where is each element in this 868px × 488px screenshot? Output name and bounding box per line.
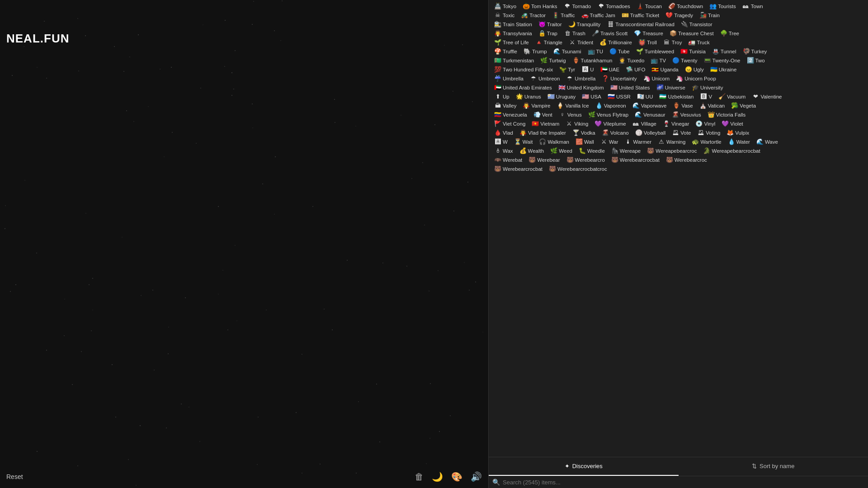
list-item[interactable]: 🇺🇦Ukraine: [708, 65, 740, 74]
list-item[interactable]: 🇺🇸USA: [579, 92, 604, 101]
list-item[interactable]: 🇺🇺UU: [634, 92, 656, 101]
list-item[interactable]: 💰Wealth: [517, 146, 547, 155]
list-item[interactable]: 🅱V: [697, 92, 715, 101]
list-item[interactable]: 🌊Venusaur: [632, 110, 668, 119]
list-item[interactable]: 🇺🇬Uganda: [649, 65, 681, 74]
list-item[interactable]: 🐻Werebearcro: [564, 155, 608, 164]
list-item[interactable]: 🅰U: [579, 65, 596, 74]
list-item[interactable]: 👹Troll: [636, 38, 660, 47]
list-item[interactable]: 🚛Truck: [685, 38, 712, 47]
list-item[interactable]: 🌿Venus Flytrap: [585, 110, 631, 119]
list-item[interactable]: ⬆Up: [491, 92, 512, 101]
list-item[interactable]: 🐊Wereapebearcrocbat: [700, 146, 763, 155]
list-item[interactable]: 🐻Werebearcrocbat: [491, 164, 545, 173]
list-item[interactable]: 🗳Vote: [669, 128, 693, 137]
list-item[interactable]: 💔Tragedy: [663, 11, 696, 19]
list-item[interactable]: 🌿Turtwig: [538, 56, 568, 65]
list-item[interactable]: 🅰W: [491, 137, 510, 146]
list-item[interactable]: 🛸UFO: [623, 65, 648, 74]
list-item[interactable]: ⚔War: [598, 137, 621, 146]
list-item[interactable]: 🦇Werebat: [491, 155, 525, 164]
list-item[interactable]: 🦖Tyr: [557, 65, 578, 74]
list-item[interactable]: 🌱Tree of Life: [491, 38, 532, 47]
list-item[interactable]: 🦊Vulpix: [724, 128, 752, 137]
list-item[interactable]: 🔵Twenty: [670, 56, 700, 65]
list-item[interactable]: 🦍Wereape: [609, 146, 643, 155]
list-item[interactable]: 🇹🇳Tunisia: [678, 47, 708, 56]
list-item[interactable]: 🌱Tumbleweed: [633, 47, 677, 56]
list-item[interactable]: 🍸Vodka: [570, 128, 598, 137]
list-item[interactable]: 🗳Voting: [694, 128, 723, 137]
list-item[interactable]: 🌡Warmer: [622, 137, 654, 146]
list-item[interactable]: 🏺Vase: [670, 101, 695, 110]
list-item[interactable]: 🌟Uranus: [513, 92, 544, 101]
list-item[interactable]: 🚗Traffic Jam: [579, 11, 618, 19]
list-item[interactable]: 🏔Valley: [491, 101, 519, 110]
list-item[interactable]: ❓Uncertainty: [599, 74, 639, 83]
list-item[interactable]: 📦Treasure Chest: [667, 29, 717, 38]
list-item[interactable]: 🇺🇿Uzbekistan: [656, 92, 696, 101]
list-item[interactable]: 🚜Tractor: [518, 11, 548, 19]
list-item[interactable]: 🌪Tornadoes: [594, 2, 633, 10]
list-item[interactable]: 🧱Wall: [573, 137, 597, 146]
list-item[interactable]: 🎫Traffic Ticket: [619, 11, 662, 19]
list-item[interactable]: 💜Violet: [719, 119, 746, 128]
list-item[interactable]: 🧹Vacuum: [716, 92, 748, 101]
search-input[interactable]: [503, 479, 864, 486]
volume-icon[interactable]: 🔊: [471, 471, 482, 482]
list-item[interactable]: 🇹🇲Turkmenistan: [491, 56, 537, 65]
reset-button[interactable]: Reset: [6, 473, 23, 480]
list-item[interactable]: 🇻🇳Vietnam: [529, 119, 562, 128]
list-item[interactable]: 🔺Triangle: [533, 38, 565, 47]
list-item[interactable]: 🏘Village: [630, 119, 659, 128]
list-item[interactable]: 🎧Walkman: [536, 137, 572, 146]
list-item[interactable]: 🧛Transylvania: [491, 29, 535, 38]
list-item[interactable]: 🇻🇪Venezuela: [491, 110, 530, 119]
list-item[interactable]: 🐻Werebearcroc: [663, 155, 710, 164]
list-item[interactable]: ☠Toxic: [491, 11, 517, 19]
list-item[interactable]: ⚠Warning: [655, 137, 688, 146]
list-item[interactable]: 🦄Unicorn Poop: [673, 74, 719, 83]
list-item[interactable]: 🌙Tranquility: [566, 20, 604, 28]
tab-discoveries[interactable]: ✦ Discoveries: [489, 457, 679, 476]
list-item[interactable]: 🇦🇪United Arab Emirates: [491, 83, 555, 92]
list-item[interactable]: 🥦Vegeta: [728, 101, 759, 110]
tab-sort-by-name[interactable]: ⇅ Sort by name: [679, 457, 868, 476]
list-item[interactable]: 💜Vileplume: [592, 119, 628, 128]
list-item[interactable]: 🇦🇪UAE: [598, 65, 623, 74]
list-item[interactable]: 🌿Weed: [547, 146, 575, 155]
list-item[interactable]: 🍦Vanilla Ice: [554, 101, 591, 110]
list-item[interactable]: 🤵Tuxedo: [616, 56, 647, 65]
list-item[interactable]: 🐻Wereapebearcroc: [644, 146, 699, 155]
list-item[interactable]: 🚇Tunnel: [709, 47, 739, 56]
list-item[interactable]: 🦄Unicorn: [641, 74, 673, 83]
list-item[interactable]: ☂Umbreon: [527, 74, 562, 83]
list-item[interactable]: ☔Umbrella: [491, 74, 526, 83]
list-item[interactable]: 🩸Vlad: [491, 128, 516, 137]
list-item[interactable]: 💰Trillionaire: [597, 38, 635, 47]
list-item[interactable]: 📺TV: [648, 56, 669, 65]
list-item[interactable]: 🛤Transcontinental Railroad: [604, 20, 677, 28]
list-item[interactable]: 💧Water: [725, 137, 753, 146]
list-item[interactable]: 🏺Tutankhamun: [570, 56, 615, 65]
list-item[interactable]: 🌌Universe: [654, 83, 688, 92]
list-item[interactable]: ☂Umbrella: [563, 74, 598, 83]
list-item[interactable]: 📺TU: [585, 47, 606, 56]
list-item[interactable]: 😠Ugly: [682, 65, 707, 74]
list-item[interactable]: 🏛Troy: [660, 38, 685, 47]
list-item[interactable]: 🗑Trash: [561, 29, 588, 38]
list-item[interactable]: 📟Twenty-One: [701, 56, 743, 65]
list-item[interactable]: 🌊Tsunami: [551, 47, 584, 56]
list-item[interactable]: 🌊Vaporwave: [630, 101, 670, 110]
list-item[interactable]: 🐻Werebear: [526, 155, 562, 164]
list-item[interactable]: 🎤Travis Scott: [589, 29, 630, 38]
list-item[interactable]: 🌋Volcano: [599, 128, 632, 137]
list-item[interactable]: 🌪Tornado: [561, 2, 594, 10]
list-item[interactable]: 🏘Town: [740, 2, 766, 10]
list-item[interactable]: 🔌Transistor: [678, 20, 715, 28]
list-item[interactable]: 🦃Turkey: [740, 47, 770, 56]
list-item[interactable]: 🍷Vinegar: [660, 119, 692, 128]
list-item[interactable]: 👥Tourists: [707, 2, 739, 10]
dark-mode-icon[interactable]: 🌙: [432, 471, 443, 482]
list-item[interactable]: 😈Traitor: [536, 20, 565, 28]
